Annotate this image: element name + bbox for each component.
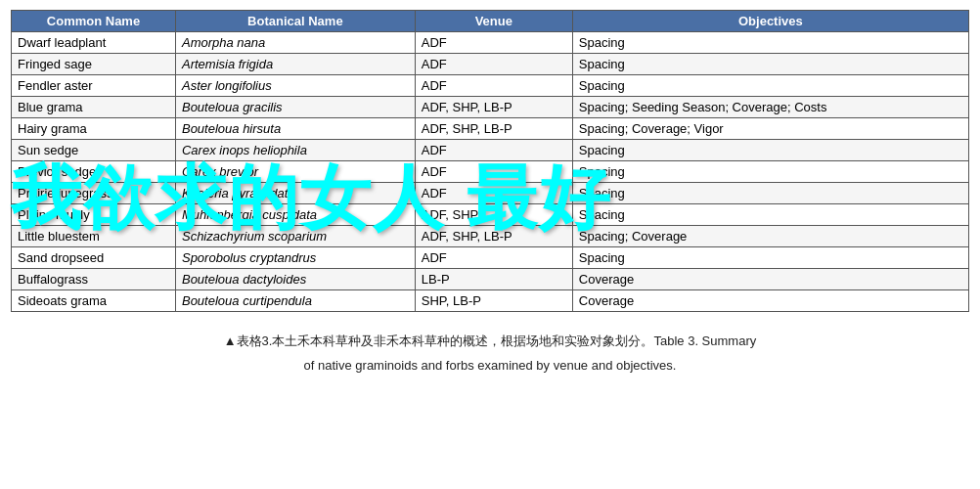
table-row: Plains muhlyMuhlenbergia cuspidataADF, S… xyxy=(12,204,969,226)
table-cell: Blue grama xyxy=(12,97,176,118)
table-cell: Coverage xyxy=(572,290,968,312)
caption-area: ▲表格3.本土禾本科草种及非禾本科草种的概述，根据场地和实验对象划分。Table… xyxy=(10,332,970,377)
table-row: Prairie junegrassKoeleria pyramidataADFS… xyxy=(12,183,969,204)
table-cell: Spacing xyxy=(572,204,968,226)
table-cell: ADF xyxy=(415,183,572,204)
table-cell: Spacing xyxy=(572,161,968,183)
data-table: Common Name Botanical Name Venue Objecti… xyxy=(11,10,969,312)
table-cell: Little bluestem xyxy=(12,226,176,247)
table-cell: Sand dropseed xyxy=(12,247,176,269)
table-cell: Spacing; Coverage; Vigor xyxy=(572,118,968,140)
table-cell: Spacing xyxy=(572,54,968,75)
table-cell: ADF, SHP, LB-P xyxy=(415,118,572,140)
table-cell: Spacing xyxy=(572,32,968,54)
col-header-common-name: Common Name xyxy=(12,11,176,32)
table-row: Hairy gramaBouteloua hirsutaADF, SHP, LB… xyxy=(12,118,969,140)
table-row: Sun sedgeCarex inops heliophilaADFSpacin… xyxy=(12,140,969,161)
table-cell: ADF xyxy=(415,140,572,161)
table-cell: Aster longifolius xyxy=(175,75,415,97)
table-cell: Bouteloua gracilis xyxy=(175,97,415,118)
table-cell: Prairie junegrass xyxy=(12,183,176,204)
table-cell: Bouteloua hirsuta xyxy=(175,118,415,140)
table-cell: ADF xyxy=(415,75,572,97)
table-wrapper: Common Name Botanical Name Venue Objecti… xyxy=(11,10,969,312)
table-row: Sideoats gramaBouteloua curtipendulaSHP,… xyxy=(12,290,969,312)
table-cell: ADF xyxy=(415,247,572,269)
table-row: Dwarf leadplantAmorpha nanaADFSpacing xyxy=(12,32,969,54)
table-row: Brevior sedgeCarex breviorADFSpacing xyxy=(12,161,969,183)
col-header-objectives: Objectives xyxy=(572,11,968,32)
caption-line1: ▲表格3.本土禾本科草种及非禾本科草种的概述，根据场地和实验对象划分。Table… xyxy=(10,332,970,352)
table-cell: Fringed sage xyxy=(12,54,176,75)
table-cell: Sideoats grama xyxy=(12,290,176,312)
table-cell: ADF xyxy=(415,161,572,183)
table-cell: ADF, SHP, LB-P xyxy=(415,226,572,247)
table-row: BuffalograssBouteloua dactyloidesLB-PCov… xyxy=(12,269,969,290)
table-cell: Carex brevior xyxy=(175,161,415,183)
table-cell: Hairy grama xyxy=(12,118,176,140)
table-cell: Spacing xyxy=(572,247,968,269)
table-cell: Buffalograss xyxy=(12,269,176,290)
table-cell: Bouteloua curtipendula xyxy=(175,290,415,312)
table-cell: Muhlenbergia cuspidata xyxy=(175,204,415,226)
table-cell: Sporobolus cryptandrus xyxy=(175,247,415,269)
table-cell: Sun sedge xyxy=(12,140,176,161)
table-cell: ADF, SHP xyxy=(415,204,572,226)
table-cell: ADF, SHP, LB-P xyxy=(415,97,572,118)
table-cell: Spacing; Coverage xyxy=(572,226,968,247)
table-cell: LB-P xyxy=(415,269,572,290)
table-row: Blue gramaBouteloua gracilisADF, SHP, LB… xyxy=(12,97,969,118)
table-cell: ADF xyxy=(415,32,572,54)
table-cell: Spacing xyxy=(572,183,968,204)
col-header-botanical-name: Botanical Name xyxy=(175,11,415,32)
table-cell: Amorpha nana xyxy=(175,32,415,54)
table-row: Little bluestemSchizachyrium scopariumAD… xyxy=(12,226,969,247)
table-row: Fringed sageArtemisia frigidaADFSpacing xyxy=(12,54,969,75)
table-cell: Dwarf leadplant xyxy=(12,32,176,54)
table-cell: ADF xyxy=(415,54,572,75)
table-cell: Bouteloua dactyloides xyxy=(175,269,415,290)
table-cell: Spacing xyxy=(572,75,968,97)
table-cell: Koeleria pyramidata xyxy=(175,183,415,204)
table-cell: Coverage xyxy=(572,269,968,290)
table-cell: SHP, LB-P xyxy=(415,290,572,312)
table-row: Fendler asterAster longifoliusADFSpacing xyxy=(12,75,969,97)
table-row: Sand dropseedSporobolus cryptandrusADFSp… xyxy=(12,247,969,269)
table-header-row: Common Name Botanical Name Venue Objecti… xyxy=(12,11,969,32)
table-cell: Schizachyrium scoparium xyxy=(175,226,415,247)
col-header-venue: Venue xyxy=(415,11,572,32)
table-cell: Fendler aster xyxy=(12,75,176,97)
table-cell: Artemisia frigida xyxy=(175,54,415,75)
table-cell: Brevior sedge xyxy=(12,161,176,183)
table-cell: Spacing; Seeding Season; Coverage; Costs xyxy=(572,97,968,118)
table-cell: Plains muhly xyxy=(12,204,176,226)
table-cell: Spacing xyxy=(572,140,968,161)
table-cell: Carex inops heliophila xyxy=(175,140,415,161)
caption-line2: of native graminoids and forbs examined … xyxy=(10,356,970,377)
